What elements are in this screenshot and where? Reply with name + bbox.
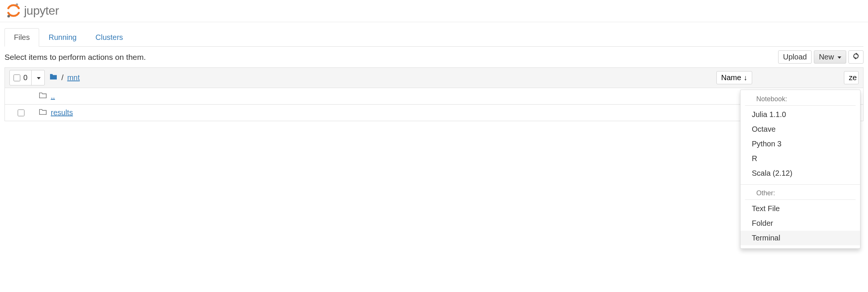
arrow-down-icon: ↓ bbox=[744, 73, 747, 82]
sort-name-label: Name bbox=[721, 73, 741, 82]
sort-size-button-partial[interactable]: ze bbox=[844, 71, 859, 84]
breadcrumb: / mnt bbox=[49, 73, 80, 82]
select-all-checkbox[interactable] bbox=[14, 75, 20, 81]
refresh-button[interactable] bbox=[848, 50, 863, 64]
dropdown-section-notebook: Notebook: bbox=[745, 93, 856, 106]
main-content: Files Running Clusters Select items to p… bbox=[0, 28, 868, 121]
select-all-dropdown[interactable]: 0 bbox=[9, 70, 45, 85]
jupyter-logo[interactable]: jupyter bbox=[6, 3, 862, 18]
dropdown-item-julia[interactable]: Julia 1.1.0 bbox=[741, 107, 860, 121]
logo-text: jupyter bbox=[24, 4, 59, 18]
header: jupyter bbox=[0, 0, 868, 22]
new-button[interactable]: New bbox=[814, 50, 846, 64]
svg-point-1 bbox=[8, 15, 10, 18]
tab-clusters[interactable]: Clusters bbox=[86, 28, 132, 46]
select-count: 0 bbox=[23, 73, 27, 82]
tabs: Files Running Clusters bbox=[5, 28, 863, 47]
file-row-results: results bbox=[5, 105, 863, 121]
caret-down-icon bbox=[37, 77, 41, 79]
tab-running[interactable]: Running bbox=[39, 28, 86, 46]
sort-size-label-partial: ze bbox=[849, 73, 857, 82]
folder-results-label: results bbox=[51, 108, 73, 117]
folder-icon[interactable] bbox=[49, 73, 58, 82]
caret-down-icon bbox=[838, 56, 841, 59]
hint-text: Select items to perform actions on them. bbox=[5, 53, 146, 62]
folder-results-link[interactable]: results bbox=[39, 108, 73, 117]
sort-name-button[interactable]: Name ↓ bbox=[716, 71, 752, 84]
row-checkbox[interactable] bbox=[18, 110, 24, 116]
file-row-up[interactable]: .. bbox=[5, 88, 863, 105]
refresh-icon bbox=[853, 53, 859, 59]
folder-outline-icon bbox=[39, 92, 47, 100]
tab-files[interactable]: Files bbox=[5, 28, 39, 47]
file-list-header: 0 / mnt Name ↓ ze bbox=[5, 67, 863, 88]
new-button-label: New bbox=[819, 53, 834, 61]
new-dropdown-menu: Notebook: Julia 1.1.0 Octave Python 3 R … bbox=[740, 90, 860, 121]
parent-dir-label: .. bbox=[51, 92, 55, 100]
parent-dir-link[interactable]: .. bbox=[39, 92, 55, 100]
jupyter-icon bbox=[6, 3, 21, 18]
folder-outline-icon bbox=[39, 108, 47, 117]
toolbar-buttons: Upload New bbox=[778, 50, 863, 64]
upload-button[interactable]: Upload bbox=[778, 50, 812, 64]
action-row: Select items to perform actions on them.… bbox=[5, 47, 863, 67]
breadcrumb-separator: / bbox=[61, 73, 64, 82]
breadcrumb-mnt[interactable]: mnt bbox=[67, 73, 80, 82]
